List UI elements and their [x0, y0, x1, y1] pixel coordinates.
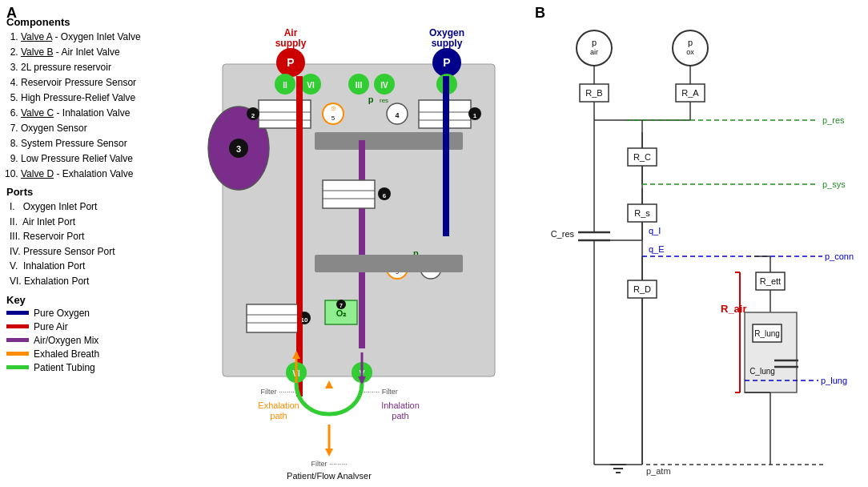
- svg-text:q_E: q_E: [649, 244, 665, 254]
- svg-rect-43: [323, 180, 375, 208]
- svg-marker-76: [325, 380, 333, 388]
- component-8: System Pressure Sensor: [21, 136, 199, 151]
- svg-text:q_I: q_I: [649, 226, 661, 235]
- pure-air-line: [6, 324, 29, 328]
- panel-b: B p air p ox R_B R_A p_res R_C: [528, 0, 868, 487]
- key-title: Key: [6, 294, 199, 306]
- pure-air-label: Pure Air: [34, 321, 68, 332]
- key-pure-air: Pure Air: [6, 321, 199, 332]
- svg-text:Inhalation: Inhalation: [381, 400, 420, 410]
- svg-text:p_res: p_res: [822, 115, 845, 125]
- svg-text:C_lung: C_lung: [749, 367, 775, 376]
- svg-text:R_B: R_B: [585, 88, 602, 98]
- svg-rect-39: [315, 132, 463, 150]
- svg-text:7: 7: [340, 303, 343, 308]
- svg-marker-75: [325, 449, 333, 457]
- svg-text:res: res: [380, 97, 388, 104]
- svg-text:Exhalation: Exhalation: [258, 400, 299, 410]
- svg-text:P: P: [443, 56, 450, 69]
- key-exhaled-breath: Exhaled Breath: [6, 348, 199, 360]
- component-3: 2L pressure reservoir: [21, 60, 199, 74]
- svg-text:p_sys: p_sys: [822, 179, 846, 189]
- svg-text:supply: supply: [432, 38, 463, 49]
- panel-a: A Components Valve A - Oxygen Inlet Valv…: [0, 0, 528, 487]
- port-I: I. Oxygen Inlet Port: [10, 199, 199, 215]
- svg-text:6: 6: [383, 192, 387, 199]
- pure-oxygen-line: [6, 311, 29, 315]
- component-10: Valve D - Exhalation Valve: [21, 167, 199, 181]
- components-title: Components: [6, 16, 199, 28]
- svg-text:R_A: R_A: [681, 88, 699, 98]
- port-VI: VI. Exhalation Port: [10, 274, 199, 289]
- svg-text:Oxygen: Oxygen: [429, 27, 464, 38]
- svg-text:VI: VI: [307, 81, 315, 90]
- svg-text:3: 3: [236, 144, 241, 154]
- patient-tubing-label: Patient Tubing: [34, 362, 95, 373]
- svg-text:R_D: R_D: [633, 284, 651, 294]
- svg-text:supply: supply: [275, 38, 307, 49]
- svg-rect-41: [443, 76, 449, 236]
- component-5: High Pressure-Relief Valve: [21, 91, 199, 105]
- exhaled-breath-line: [6, 352, 29, 356]
- air-oxygen-mix-label: Air/Oxygen Mix: [34, 335, 98, 346]
- svg-text:p: p: [368, 95, 374, 104]
- exhaled-breath-label: Exhaled Breath: [34, 348, 99, 360]
- svg-rect-42: [359, 140, 365, 348]
- svg-text:⊙: ⊙: [331, 105, 336, 112]
- svg-text:p_atm: p_atm: [646, 466, 671, 476]
- ports-list: I. Oxygen Inlet Port II. Air Inlet Port …: [10, 199, 199, 289]
- key-section: Key Pure Oxygen Pure Air Air/Oxygen Mix …: [6, 294, 199, 373]
- svg-text:R_air: R_air: [721, 303, 747, 315]
- key-air-oxygen-mix: Air/Oxygen Mix: [6, 335, 199, 346]
- svg-rect-22: [259, 100, 311, 128]
- svg-text:5: 5: [332, 115, 336, 122]
- svg-text:ox: ox: [686, 48, 694, 56]
- svg-text:C_res: C_res: [551, 229, 575, 239]
- svg-text:O₂: O₂: [336, 308, 348, 318]
- components-list: Valve A - Oxygen Inlet Valve Valve B - A…: [21, 30, 199, 181]
- key-pure-oxygen: Pure Oxygen: [6, 308, 199, 319]
- svg-text:Patient/Flow Analyser: Patient/Flow Analyser: [287, 471, 372, 479]
- component-1: Valve A - Oxygen Inlet Valve: [21, 30, 199, 44]
- port-III: III. Reservoir Port: [10, 229, 199, 244]
- svg-text:Air: Air: [284, 27, 298, 38]
- legend: Components Valve A - Oxygen Inlet Valve …: [6, 16, 199, 376]
- svg-text:II: II: [283, 81, 287, 90]
- svg-text:IV: IV: [380, 81, 388, 90]
- svg-text:R_lung: R_lung: [754, 329, 780, 338]
- svg-text:4: 4: [395, 111, 399, 119]
- svg-text:1: 1: [473, 112, 477, 119]
- diagram-area: 3 Air supply P Oxygen supply P II VI III: [199, 16, 519, 477]
- svg-rect-55: [247, 304, 299, 332]
- svg-text:p_lung: p_lung: [821, 376, 847, 385]
- svg-text:P: P: [287, 56, 294, 69]
- port-II: II. Air Inlet Port: [10, 215, 199, 230]
- key-patient-tubing: Patient Tubing: [6, 362, 199, 373]
- svg-text:·········· Filter: ·········· Filter: [360, 388, 398, 396]
- pure-oxygen-label: Pure Oxygen: [34, 308, 90, 319]
- air-oxygen-mix-line: [6, 338, 29, 342]
- port-V: V. Inhalation Port: [10, 259, 199, 274]
- component-2: Valve B - Air Inlet Valve: [21, 45, 199, 59]
- svg-text:p_conn: p_conn: [825, 252, 854, 261]
- svg-text:III: III: [356, 81, 363, 90]
- svg-text:path: path: [270, 411, 287, 421]
- svg-text:path: path: [392, 411, 408, 421]
- svg-text:air: air: [590, 48, 598, 56]
- port-IV: IV. Pressure Sensor Port: [10, 244, 199, 260]
- svg-text:p: p: [688, 38, 693, 47]
- svg-text:Filter ·········: Filter ·········: [260, 388, 296, 396]
- svg-text:2: 2: [251, 112, 255, 119]
- diagram-svg: 3 Air supply P Oxygen supply P II VI III: [199, 16, 519, 479]
- svg-rect-54: [315, 255, 463, 272]
- patient-tubing-line: [6, 365, 29, 369]
- component-4: Reservoir Pressure Sensor: [21, 75, 199, 90]
- svg-text:Filter ·········: Filter ·········: [311, 460, 347, 468]
- component-6: Valve C - Inhalation Valve: [21, 106, 199, 120]
- component-9: Low Pressure Relief Valve: [21, 151, 199, 166]
- ports-title: Ports: [6, 186, 199, 198]
- component-7: Oxygen Sensor: [21, 121, 199, 135]
- svg-text:R_C: R_C: [633, 152, 651, 162]
- svg-text:p: p: [592, 38, 597, 47]
- ports-section: Ports I. Oxygen Inlet Port II. Air Inlet…: [6, 186, 199, 289]
